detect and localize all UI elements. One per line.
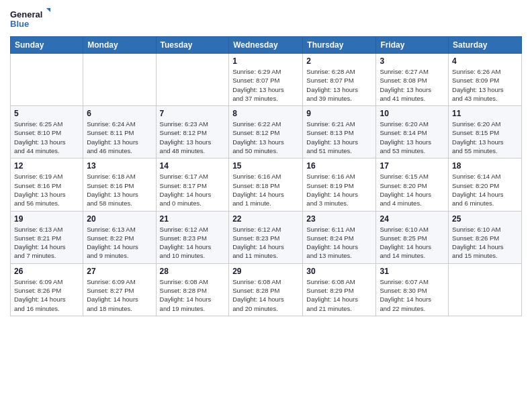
calendar-cell: 8Sunrise: 6:22 AM Sunset: 8:12 PM Daylig…: [229, 106, 303, 158]
day-number: 29: [232, 267, 299, 276]
calendar-cell: 1Sunrise: 6:29 AM Sunset: 8:07 PM Daylig…: [229, 54, 303, 106]
calendar-cell: 20Sunrise: 6:13 AM Sunset: 8:22 PM Dayli…: [83, 211, 156, 263]
calendar-cell: 2Sunrise: 6:28 AM Sunset: 8:07 PM Daylig…: [303, 54, 376, 106]
calendar-cell: 11Sunrise: 6:20 AM Sunset: 8:15 PM Dayli…: [449, 106, 522, 158]
page: General Blue SundayMondayTuesdayWednesda…: [0, 0, 532, 411]
calendar-cell: 15Sunrise: 6:16 AM Sunset: 8:18 PM Dayli…: [229, 158, 303, 211]
logo-svg: General Blue: [10, 7, 50, 31]
day-info: Sunrise: 6:20 AM Sunset: 8:14 PM Dayligh…: [380, 120, 445, 155]
day-info: Sunrise: 6:24 AM Sunset: 8:11 PM Dayligh…: [87, 120, 152, 155]
calendar-cell: 6Sunrise: 6:24 AM Sunset: 8:11 PM Daylig…: [83, 106, 156, 158]
day-number: 12: [14, 161, 79, 171]
logo: General Blue: [10, 7, 50, 31]
calendar-cell: 14Sunrise: 6:17 AM Sunset: 8:17 PM Dayli…: [156, 158, 229, 211]
day-number: 18: [452, 161, 518, 171]
day-info: Sunrise: 6:20 AM Sunset: 8:15 PM Dayligh…: [452, 120, 518, 155]
col-header-saturday: Saturday: [449, 37, 522, 54]
day-number: 26: [14, 267, 79, 276]
day-info: Sunrise: 6:16 AM Sunset: 8:18 PM Dayligh…: [232, 172, 299, 208]
calendar-week-1: 1Sunrise: 6:29 AM Sunset: 8:07 PM Daylig…: [11, 54, 522, 106]
day-number: 15: [232, 161, 299, 171]
col-header-wednesday: Wednesday: [229, 37, 303, 54]
day-info: Sunrise: 6:13 AM Sunset: 8:21 PM Dayligh…: [14, 225, 79, 261]
day-info: Sunrise: 6:19 AM Sunset: 8:16 PM Dayligh…: [14, 172, 79, 208]
day-number: 10: [380, 109, 445, 118]
calendar-cell: 3Sunrise: 6:27 AM Sunset: 8:08 PM Daylig…: [376, 54, 449, 106]
day-number: 16: [306, 161, 372, 171]
day-number: 9: [306, 109, 372, 118]
calendar-cell: 18Sunrise: 6:14 AM Sunset: 8:20 PM Dayli…: [449, 158, 522, 211]
calendar-cell: 12Sunrise: 6:19 AM Sunset: 8:16 PM Dayli…: [11, 158, 83, 211]
day-info: Sunrise: 6:07 AM Sunset: 8:30 PM Dayligh…: [380, 277, 445, 313]
day-number: 20: [87, 214, 152, 224]
day-info: Sunrise: 6:17 AM Sunset: 8:17 PM Dayligh…: [160, 172, 226, 208]
day-number: 6: [87, 109, 152, 118]
calendar-week-4: 19Sunrise: 6:13 AM Sunset: 8:21 PM Dayli…: [11, 211, 522, 263]
day-info: Sunrise: 6:08 AM Sunset: 8:28 PM Dayligh…: [160, 277, 226, 313]
col-header-friday: Friday: [376, 37, 449, 54]
day-number: 8: [232, 109, 299, 118]
day-info: Sunrise: 6:22 AM Sunset: 8:12 PM Dayligh…: [232, 120, 299, 155]
calendar-cell: 24Sunrise: 6:10 AM Sunset: 8:25 PM Dayli…: [376, 211, 449, 263]
day-info: Sunrise: 6:26 AM Sunset: 8:09 PM Dayligh…: [452, 67, 518, 103]
calendar-cell: 13Sunrise: 6:18 AM Sunset: 8:16 PM Dayli…: [83, 158, 156, 211]
day-number: 30: [306, 267, 372, 276]
calendar-cell: 25Sunrise: 6:10 AM Sunset: 8:26 PM Dayli…: [449, 211, 522, 263]
calendar-cell: 26Sunrise: 6:09 AM Sunset: 8:26 PM Dayli…: [11, 263, 83, 316]
day-number: 24: [380, 214, 445, 224]
calendar-cell: 16Sunrise: 6:16 AM Sunset: 8:19 PM Dayli…: [303, 158, 376, 211]
calendar-cell: 28Sunrise: 6:08 AM Sunset: 8:28 PM Dayli…: [156, 263, 229, 316]
calendar-cell: 7Sunrise: 6:23 AM Sunset: 8:12 PM Daylig…: [156, 106, 229, 158]
day-number: 3: [380, 56, 445, 66]
day-number: 5: [14, 109, 79, 118]
day-info: Sunrise: 6:14 AM Sunset: 8:20 PM Dayligh…: [452, 172, 518, 208]
day-number: 23: [306, 214, 372, 224]
svg-text:General: General: [10, 9, 42, 19]
calendar-table: SundayMondayTuesdayWednesdayThursdayFrid…: [10, 36, 522, 316]
calendar-cell: [449, 263, 522, 316]
day-number: 14: [160, 161, 226, 171]
day-info: Sunrise: 6:09 AM Sunset: 8:27 PM Dayligh…: [87, 277, 152, 313]
calendar-cell: [83, 54, 156, 106]
calendar-cell: [11, 54, 83, 106]
calendar-cell: 21Sunrise: 6:12 AM Sunset: 8:23 PM Dayli…: [156, 211, 229, 263]
day-number: 7: [160, 109, 226, 118]
calendar-header-row: SundayMondayTuesdayWednesdayThursdayFrid…: [11, 37, 522, 54]
calendar-cell: [156, 54, 229, 106]
day-info: Sunrise: 6:16 AM Sunset: 8:19 PM Dayligh…: [306, 172, 372, 208]
day-number: 25: [452, 214, 518, 224]
day-number: 31: [380, 267, 445, 276]
calendar-cell: 5Sunrise: 6:25 AM Sunset: 8:10 PM Daylig…: [11, 106, 83, 158]
day-number: 2: [306, 56, 372, 66]
day-number: 27: [87, 267, 152, 276]
day-info: Sunrise: 6:18 AM Sunset: 8:16 PM Dayligh…: [87, 172, 152, 208]
day-info: Sunrise: 6:15 AM Sunset: 8:20 PM Dayligh…: [380, 172, 445, 208]
calendar-cell: 9Sunrise: 6:21 AM Sunset: 8:13 PM Daylig…: [303, 106, 376, 158]
day-number: 22: [232, 214, 299, 224]
day-number: 19: [14, 214, 79, 224]
day-info: Sunrise: 6:08 AM Sunset: 8:29 PM Dayligh…: [306, 277, 372, 313]
col-header-tuesday: Tuesday: [156, 37, 229, 54]
svg-marker-2: [46, 8, 50, 13]
day-info: Sunrise: 6:12 AM Sunset: 8:23 PM Dayligh…: [232, 225, 299, 261]
day-info: Sunrise: 6:13 AM Sunset: 8:22 PM Dayligh…: [87, 225, 152, 261]
day-info: Sunrise: 6:28 AM Sunset: 8:07 PM Dayligh…: [306, 67, 372, 103]
calendar-cell: 22Sunrise: 6:12 AM Sunset: 8:23 PM Dayli…: [229, 211, 303, 263]
day-info: Sunrise: 6:11 AM Sunset: 8:24 PM Dayligh…: [306, 225, 372, 261]
day-number: 21: [160, 214, 226, 224]
calendar-week-2: 5Sunrise: 6:25 AM Sunset: 8:10 PM Daylig…: [11, 106, 522, 158]
day-info: Sunrise: 6:12 AM Sunset: 8:23 PM Dayligh…: [160, 225, 226, 261]
col-header-thursday: Thursday: [303, 37, 376, 54]
day-number: 4: [452, 56, 518, 66]
calendar-cell: 19Sunrise: 6:13 AM Sunset: 8:21 PM Dayli…: [11, 211, 83, 263]
day-info: Sunrise: 6:27 AM Sunset: 8:08 PM Dayligh…: [380, 67, 445, 103]
col-header-sunday: Sunday: [11, 37, 83, 54]
day-number: 11: [452, 109, 518, 118]
day-info: Sunrise: 6:09 AM Sunset: 8:26 PM Dayligh…: [14, 277, 79, 313]
calendar-cell: 10Sunrise: 6:20 AM Sunset: 8:14 PM Dayli…: [376, 106, 449, 158]
header: General Blue: [10, 7, 522, 31]
day-info: Sunrise: 6:10 AM Sunset: 8:25 PM Dayligh…: [380, 225, 445, 261]
calendar-cell: 31Sunrise: 6:07 AM Sunset: 8:30 PM Dayli…: [376, 263, 449, 316]
calendar-cell: 29Sunrise: 6:08 AM Sunset: 8:28 PM Dayli…: [229, 263, 303, 316]
day-number: 13: [87, 161, 152, 171]
